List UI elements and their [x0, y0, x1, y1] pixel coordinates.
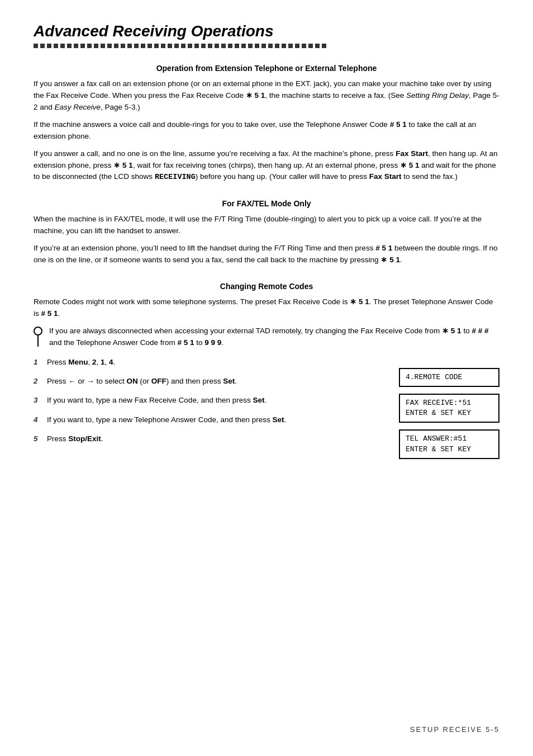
note-icon	[34, 327, 42, 347]
note-circle	[34, 327, 42, 336]
dotted-rule	[34, 44, 499, 48]
steps-area: 1 Press Menu, 2, 1, 4. 2 Press ← or → to…	[34, 357, 499, 459]
para-ext-1: If you answer a fax call on an extension…	[34, 78, 499, 114]
lcd-screen-3: TEL ANSWER:#51ENTER & SET KEY	[399, 429, 499, 459]
step-3: 3 If you want to, type a new Fax Receive…	[34, 395, 382, 406]
step-2: 2 Press ← or → to select ON (or OFF) and…	[34, 376, 382, 387]
step-1: 1 Press Menu, 2, 1, 4.	[34, 357, 382, 368]
section-remote-codes: Changing Remote Codes Remote Codes might…	[34, 282, 499, 459]
para-remote-intro: Remote Codes might not work with some te…	[34, 296, 499, 320]
lcd-screen-1: 4.REMOTE CODE	[399, 368, 499, 387]
section-heading-fax-tel: For FAX/TEL Mode Only	[34, 199, 499, 208]
note-line	[37, 336, 39, 347]
lcd-screen-2: FAX RECEIVE:*51ENTER & SET KEY	[399, 394, 499, 423]
para-fax-tel-1: When the machine is in FAX/TEL mode, it …	[34, 214, 499, 237]
step-5-num: 5	[34, 433, 42, 445]
step-5-text: Press Stop/Exit.	[47, 433, 382, 445]
para-ext-2: If the machine answers a voice call and …	[34, 119, 499, 143]
step-4: 4 If you want to, type a new Telephone A…	[34, 414, 382, 426]
steps-list: 1 Press Menu, 2, 1, 4. 2 Press ← or → to…	[34, 357, 382, 459]
page-footer: SETUP RECEIVE 5-5	[410, 725, 499, 734]
lcd-column: 4.REMOTE CODE FAX RECEIVE:*51ENTER & SET…	[399, 368, 499, 459]
note-row: If you are always disconnected when acce…	[34, 325, 499, 349]
section-heading-extension: Operation from Extension Telephone or Ex…	[34, 64, 499, 73]
section-extension-telephone: Operation from Extension Telephone or Ex…	[34, 64, 499, 183]
para-fax-tel-2: If you’re at an extension phone, you’ll …	[34, 243, 499, 266]
step-3-num: 3	[34, 395, 42, 406]
step-4-text: If you want to, type a new Telephone Ans…	[47, 414, 382, 426]
para-ext-3: If you answer a call, and no one is on t…	[34, 148, 499, 184]
step-3-text: If you want to, type a new Fax Receive C…	[47, 395, 382, 406]
step-2-num: 2	[34, 376, 42, 387]
step-1-num: 1	[34, 357, 42, 368]
page-title: Advanced Receiving Operations	[34, 22, 499, 40]
section-fax-tel: For FAX/TEL Mode Only When the machine i…	[34, 199, 499, 266]
step-5: 5 Press Stop/Exit.	[34, 433, 382, 445]
step-2-text: Press ← or → to select ON (or OFF) and t…	[47, 376, 382, 387]
section-heading-remote: Changing Remote Codes	[34, 282, 499, 291]
step-1-text: Press Menu, 2, 1, 4.	[47, 357, 382, 368]
step-4-num: 4	[34, 414, 42, 426]
note-text: If you are always disconnected when acce…	[49, 325, 499, 349]
